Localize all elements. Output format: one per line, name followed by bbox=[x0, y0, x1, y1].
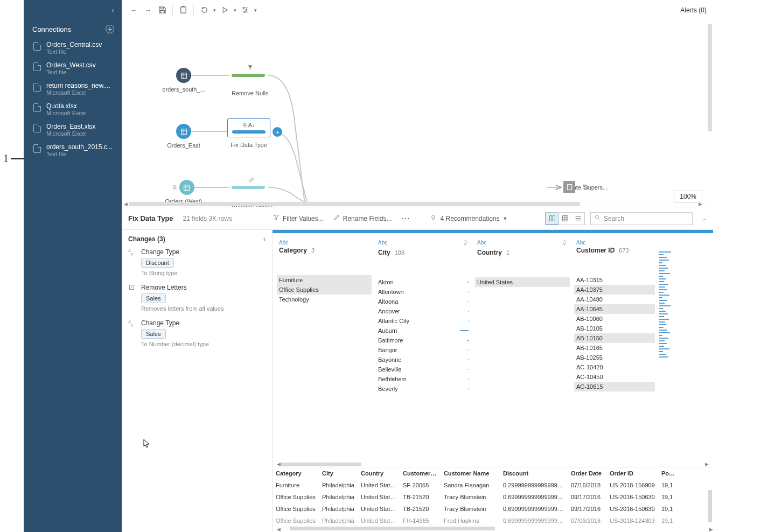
file-icon bbox=[33, 62, 41, 71]
svg-point-11 bbox=[595, 215, 598, 219]
svg-point-2 bbox=[245, 9, 247, 11]
flow-canvas[interactable]: orders_south_... Remove Nulls Orders_Eas… bbox=[122, 20, 713, 207]
flow-input-node[interactable]: Orders_East bbox=[159, 124, 208, 149]
edit-icon bbox=[333, 214, 340, 222]
grid-row[interactable]: FurniturePhiladelphiaUnited StatesSF-200… bbox=[273, 479, 713, 491]
zoom-level[interactable]: 100% bbox=[674, 191, 702, 202]
profile-header: Fix Data Type 21 fields 3K rows Filter V… bbox=[122, 207, 713, 229]
filter-icon bbox=[232, 65, 268, 72]
connection-item[interactable]: Orders_East.xlsxMicrosoft Excel bbox=[24, 120, 122, 140]
grid-header-row: Category City Country Customer ID Custom… bbox=[273, 467, 713, 479]
lightbulb-icon[interactable] bbox=[462, 240, 469, 248]
alerts-label[interactable]: Alerts (0) bbox=[680, 6, 707, 14]
grid-horizontal-scrollbar[interactable]: ◀ ▶ bbox=[273, 527, 713, 532]
grid-row[interactable]: Office SuppliesPhiladelphiaUnited States… bbox=[273, 515, 713, 527]
collapse-profile-icon[interactable]: ⌄ bbox=[702, 215, 707, 221]
canvas-horizontal-scrollbar[interactable]: ◀ ▶ bbox=[124, 201, 702, 207]
connection-item[interactable]: Orders_West.csvText file bbox=[24, 58, 122, 79]
lightbulb-icon bbox=[430, 214, 437, 223]
change-type-icon: ᴬ# bbox=[128, 248, 137, 276]
body-split: Changes (3) ‹ ᴬ# Change Type Discount To… bbox=[122, 229, 713, 532]
search-icon bbox=[594, 214, 601, 222]
grid-vertical-scrollbar[interactable] bbox=[708, 490, 712, 522]
rename-fields-button[interactable]: Rename Fields... bbox=[333, 214, 392, 222]
grid-row[interactable]: Office SuppliesPhiladelphiaUnited States… bbox=[273, 491, 713, 503]
step-meta: 21 fields 3K rows bbox=[183, 215, 232, 222]
lightbulb-icon[interactable] bbox=[561, 240, 568, 248]
card-values: United States bbox=[475, 277, 570, 457]
arrow-out-icon: ⎘ bbox=[173, 184, 177, 191]
more-actions-icon[interactable]: ⋯ bbox=[401, 213, 410, 223]
forward-icon[interactable]: → bbox=[142, 4, 154, 16]
dropdown-caret-icon[interactable]: ▾ bbox=[253, 4, 257, 16]
change-item[interactable]: ᴬ# Change Type Discount To String type bbox=[128, 248, 266, 276]
filter-icon bbox=[273, 214, 280, 222]
refresh-icon[interactable] bbox=[198, 4, 210, 16]
file-icon bbox=[33, 103, 41, 112]
cards-horizontal-scrollbar[interactable]: ◀ ▶ bbox=[273, 461, 713, 467]
connection-item[interactable]: orders_south_2015.c...Text file bbox=[24, 140, 122, 160]
changes-collapse-icon[interactable]: ‹ bbox=[263, 235, 266, 243]
recommendations-button[interactable]: 4 Recommendations ▼ bbox=[430, 214, 507, 223]
connections-label: Connections bbox=[32, 25, 71, 33]
app-root: ‹ Connections ＋ Orders_Central.csvText f… bbox=[24, 0, 713, 532]
callout-1: 1 bbox=[3, 152, 9, 165]
profile-card-country[interactable]: Abc Country 1 United States bbox=[475, 237, 570, 457]
run-icon[interactable] bbox=[219, 4, 231, 16]
field-type-label: Abc bbox=[378, 240, 387, 246]
remove-letters-icon bbox=[128, 284, 137, 312]
settings-sliders-icon[interactable] bbox=[239, 4, 251, 16]
profile-card-category[interactable]: Abc Category 3 Furniture Office Supplies… bbox=[277, 237, 372, 457]
svg-rect-4 bbox=[181, 73, 186, 78]
flow-input-node[interactable]: orders_south_... bbox=[159, 68, 208, 93]
sidebar-collapse-icon[interactable]: ‹ bbox=[111, 6, 114, 15]
add-connection-icon[interactable]: ＋ bbox=[106, 25, 114, 33]
change-item[interactable]: ᴬ# Change Type Sales To Number (decimal)… bbox=[128, 319, 266, 347]
search-input[interactable]: Search bbox=[590, 212, 693, 225]
list-view-icon[interactable] bbox=[571, 213, 584, 225]
back-icon[interactable]: ← bbox=[128, 4, 140, 16]
cursor-icon bbox=[143, 439, 151, 451]
svg-point-3 bbox=[244, 11, 246, 13]
add-step-icon[interactable]: + bbox=[273, 127, 282, 137]
change-item[interactable]: Remove Letters Sales Removes letters fro… bbox=[128, 284, 266, 312]
grid-view-icon[interactable] bbox=[558, 213, 571, 225]
connection-item[interactable]: return reasons_new....Microsoft Excel bbox=[24, 79, 122, 99]
svg-rect-5 bbox=[181, 129, 186, 134]
view-mode-toggle bbox=[545, 212, 585, 225]
run-output-icon[interactable] bbox=[581, 182, 590, 192]
svg-rect-10 bbox=[562, 216, 568, 221]
profile-cards-row: Abc Category 3 Furniture Office Supplies… bbox=[273, 233, 713, 461]
step-bar bbox=[232, 74, 265, 77]
clipboard-icon[interactable] bbox=[177, 4, 189, 16]
flow-connectors bbox=[122, 20, 713, 207]
canvas-vertical-scrollbar[interactable] bbox=[708, 24, 712, 131]
profile-card-customer-id[interactable]: Abc Customer ID 673 AA-10315 AA-10375 AA… bbox=[574, 237, 655, 457]
flow-step-remove-nulls[interactable]: Remove Nulls bbox=[232, 65, 268, 96]
profile-area: Abc Category 3 Furniture Office Supplies… bbox=[273, 230, 713, 532]
dropdown-caret-icon: ▼ bbox=[503, 216, 508, 221]
flow-step-fix-data-type[interactable]: ⎘ A₂ Fix Data Type bbox=[227, 118, 270, 148]
card-values: AA-10315 AA-10375 AA-10480 AA-10645 AB-1… bbox=[574, 275, 655, 457]
change-type-icon: ᴬ# bbox=[128, 319, 137, 347]
arrow-out-icon: ⎘ bbox=[243, 122, 247, 128]
svg-rect-8 bbox=[549, 216, 551, 221]
dropdown-caret-icon[interactable]: ▾ bbox=[212, 4, 217, 16]
main-area: ← → ▾ ▾ ▾ Alerts (0) bbox=[122, 0, 713, 532]
connection-item[interactable]: Orders_Central.csvText file bbox=[24, 38, 122, 58]
save-icon[interactable] bbox=[156, 4, 168, 16]
svg-rect-0 bbox=[180, 7, 185, 13]
table-icon bbox=[176, 68, 191, 83]
sidebar-top: ‹ bbox=[24, 0, 122, 20]
flow-output-node[interactable]: Create 'Supers... bbox=[563, 181, 608, 191]
grid-row[interactable]: Office SuppliesPhiladelphiaUnited States… bbox=[273, 503, 713, 515]
profile-card-city[interactable]: Abc City 108 Akron Allentown Al bbox=[376, 237, 471, 457]
dropdown-caret-icon[interactable]: ▾ bbox=[233, 4, 237, 16]
step-bar bbox=[232, 130, 266, 134]
histogram-icon bbox=[659, 251, 674, 457]
filter-values-button[interactable]: Filter Values... bbox=[273, 214, 324, 222]
svg-rect-7 bbox=[567, 184, 571, 190]
file-icon bbox=[33, 42, 41, 51]
profile-view-icon[interactable] bbox=[546, 213, 558, 225]
connection-item[interactable]: Quota.xlsxMicrosoft Excel bbox=[24, 99, 122, 120]
